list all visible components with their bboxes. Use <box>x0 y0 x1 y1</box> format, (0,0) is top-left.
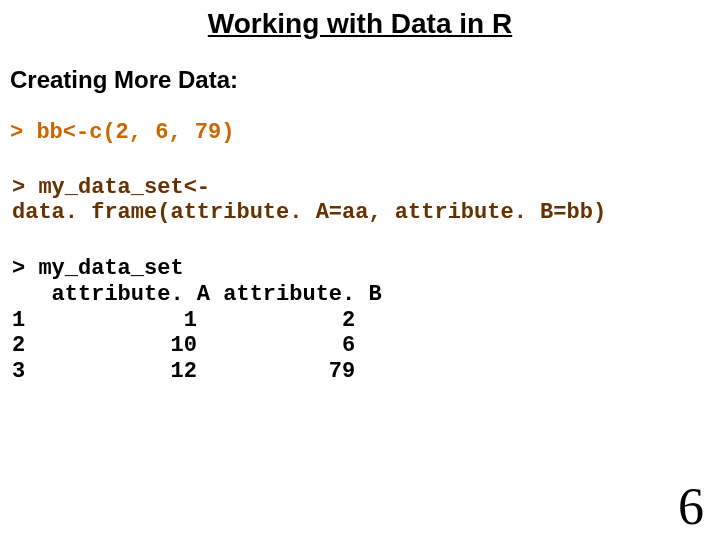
code-block-2: > my_data_set<- data. frame(attribute. A… <box>0 145 720 226</box>
page-title: Working with Data in R <box>0 0 720 40</box>
code-block-3: > my_data_set attribute. A attribute. B … <box>0 226 720 386</box>
code-block-1: > bb<-c(2, 6, 79) <box>0 94 720 145</box>
page-number: 6 <box>678 477 704 536</box>
section-subtitle: Creating More Data: <box>0 40 720 94</box>
